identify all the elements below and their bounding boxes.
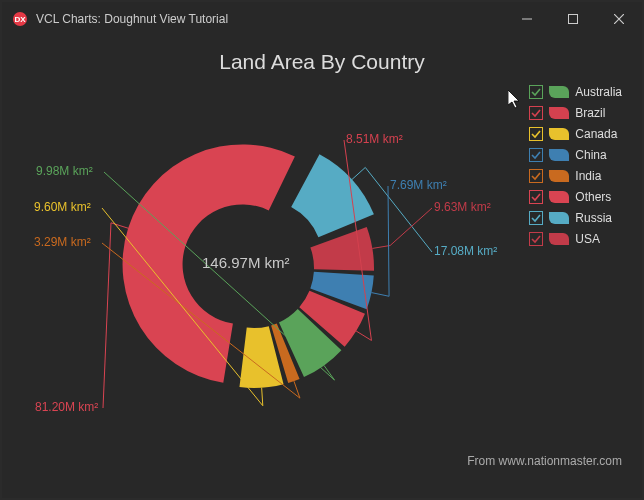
legend-checkbox[interactable]: [529, 232, 543, 246]
legend-checkbox[interactable]: [529, 169, 543, 183]
legend-item-brazil[interactable]: Brazil: [529, 103, 622, 123]
maximize-button[interactable]: [550, 2, 596, 36]
check-icon: [531, 213, 541, 223]
legend-checkbox[interactable]: [529, 127, 543, 141]
legend-swatch: [549, 233, 569, 245]
legend-checkbox[interactable]: [529, 148, 543, 162]
doughnut-chart[interactable]: [32, 78, 462, 458]
legend-label: India: [575, 169, 601, 183]
window-title: VCL Charts: Doughnut View Tutorial: [36, 12, 228, 26]
legend-swatch: [549, 170, 569, 182]
check-icon: [531, 150, 541, 160]
legend-item-usa[interactable]: USA: [529, 229, 622, 249]
check-icon: [531, 192, 541, 202]
close-icon: [614, 14, 624, 24]
leader-line: [371, 186, 389, 296]
legend-item-china[interactable]: China: [529, 145, 622, 165]
close-button[interactable]: [596, 2, 642, 36]
legend-swatch: [549, 191, 569, 203]
check-icon: [531, 234, 541, 244]
slice-russia[interactable]: [291, 154, 374, 237]
legend-label: Others: [575, 190, 611, 204]
check-icon: [531, 87, 541, 97]
svg-rect-2: [569, 15, 578, 24]
maximize-icon: [568, 14, 578, 24]
legend-item-russia[interactable]: Russia: [529, 208, 622, 228]
legend-item-india[interactable]: India: [529, 166, 622, 186]
legend-label: Australia: [575, 85, 622, 99]
legend-checkbox[interactable]: [529, 106, 543, 120]
legend-checkbox[interactable]: [529, 190, 543, 204]
mouse-cursor-icon: [508, 90, 524, 110]
content-area: Land Area By Country 81.20M km²17.08M km…: [2, 36, 642, 498]
legend-item-others[interactable]: Others: [529, 187, 622, 207]
legend-label: Brazil: [575, 106, 605, 120]
legend-swatch: [549, 86, 569, 98]
app-logo-icon: DX: [12, 11, 28, 27]
minimize-button[interactable]: [504, 2, 550, 36]
legend-swatch: [549, 212, 569, 224]
chart-title: Land Area By Country: [2, 50, 642, 74]
credit-text: From www.nationmaster.com: [467, 454, 622, 468]
chart-zone: 81.20M km²17.08M km²9.63M km²7.69M km²8.…: [2, 78, 642, 478]
minimize-icon: [522, 14, 532, 24]
svg-text:DX: DX: [14, 15, 26, 24]
legend-swatch: [549, 128, 569, 140]
legend-swatch: [549, 107, 569, 119]
legend-swatch: [549, 149, 569, 161]
legend-label: Russia: [575, 211, 612, 225]
check-icon: [531, 108, 541, 118]
app-window: DX VCL Charts: Doughnut View Tutorial La…: [2, 2, 642, 498]
legend-checkbox[interactable]: [529, 211, 543, 225]
check-icon: [531, 129, 541, 139]
legend-label: China: [575, 148, 606, 162]
legend-item-australia[interactable]: Australia: [529, 82, 622, 102]
legend-checkbox[interactable]: [529, 85, 543, 99]
legend-label: USA: [575, 232, 600, 246]
title-bar: DX VCL Charts: Doughnut View Tutorial: [2, 2, 642, 36]
legend: AustraliaBrazilCanadaChinaIndiaOthersRus…: [529, 82, 622, 250]
legend-item-canada[interactable]: Canada: [529, 124, 622, 144]
check-icon: [531, 171, 541, 181]
legend-label: Canada: [575, 127, 617, 141]
